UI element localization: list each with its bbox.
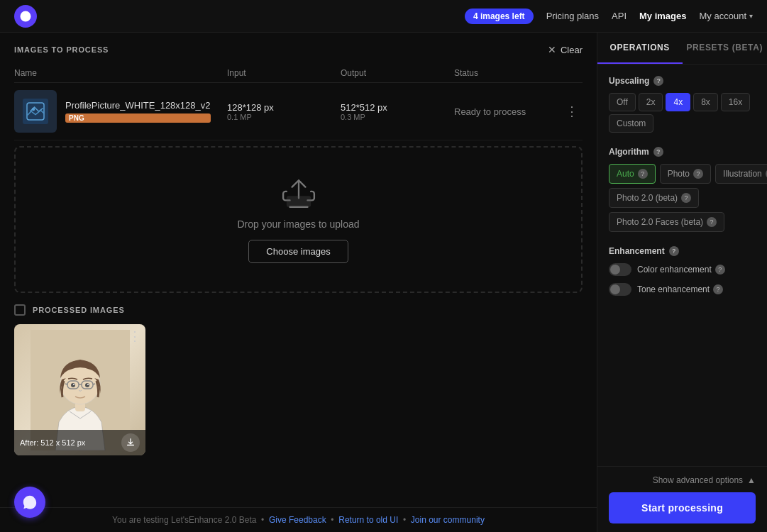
algo-auto-info-icon[interactable]: ? <box>638 169 648 179</box>
give-feedback-link[interactable]: Give Feedback <box>269 515 326 525</box>
download-button[interactable] <box>121 433 140 452</box>
algo-photo2-info-icon[interactable]: ? <box>681 193 691 203</box>
select-all-checkbox[interactable] <box>14 304 26 316</box>
algo-row-3: Photo 2.0 Faces (beta) ? <box>609 212 756 232</box>
file-name: ProfilePicture_WHITE_128x128_v2 <box>65 100 211 111</box>
enhancement-label: Enhancement ? <box>609 246 756 256</box>
upscaling-section: Upscaling ? Off 2x 4x 8x 16x Custom <box>609 76 756 133</box>
scale-off-button[interactable]: Off <box>609 93 636 111</box>
algo-auto-button[interactable]: Auto ? <box>609 164 656 184</box>
table-row: ProfilePicture_WHITE_128x128_v2 PNG 128*… <box>14 83 583 140</box>
input-px: 128*128 px <box>227 102 341 113</box>
file-info: ProfilePicture_WHITE_128x128_v2 PNG <box>65 100 211 123</box>
tone-enhancement-info-icon[interactable]: ? <box>713 284 723 294</box>
col-output: Output <box>341 68 454 78</box>
upscaling-label: Upscaling ? <box>609 76 756 86</box>
tone-enhancement-label: Tone enhancement ? <box>637 284 723 294</box>
right-panel: OPERATIONS PRESETS (BETA) Upscaling ? Of… <box>597 33 767 532</box>
algorithm-label: Algorithm ? <box>609 147 756 157</box>
algo-photo2-faces-info-icon[interactable]: ? <box>707 217 717 227</box>
join-community-link[interactable]: Join our community <box>411 515 485 525</box>
scale-2x-button[interactable]: 2x <box>639 93 663 111</box>
images-to-process-header: IMAGES TO PROCESS ✕ Clear <box>14 44 583 55</box>
right-content: Upscaling ? Off 2x 4x 8x 16x Custom Algo… <box>597 65 767 466</box>
chevron-down-icon: ▾ <box>749 12 753 20</box>
scale-4x-button[interactable]: 4x <box>666 93 690 111</box>
scale-custom-button[interactable]: Custom <box>609 114 653 133</box>
my-account-link[interactable]: My account ▾ <box>700 11 753 21</box>
algo-row-1: Auto ? Photo ? Illustration ? <box>609 164 756 184</box>
tab-operations[interactable]: OPERATIONS <box>597 33 683 64</box>
file-thumbnail <box>14 90 57 133</box>
right-footer: Show advanced options ▲ Start processing <box>597 466 767 532</box>
tab-presets[interactable]: PRESETS (BETA) <box>683 33 768 64</box>
logo[interactable] <box>14 5 37 28</box>
main-layout: IMAGES TO PROCESS ✕ Clear Name Input Out… <box>0 33 767 532</box>
output-px: 512*512 px <box>341 102 454 113</box>
my-images-link[interactable]: My images <box>639 11 686 21</box>
upscaling-info-icon[interactable]: ? <box>653 76 663 86</box>
processed-images-title: PROCESSED IMAGES <box>33 306 125 314</box>
svg-point-14 <box>85 383 89 387</box>
enhancement-section: Enhancement ? Color enhancement ? Tone e… <box>609 246 756 296</box>
images-left-badge: 4 images left <box>465 9 534 24</box>
card-options-button[interactable]: ⋮ <box>128 328 141 344</box>
drop-zone[interactable]: Drop your images to upload Choose images <box>14 146 583 293</box>
svg-point-13 <box>71 383 75 387</box>
navbar: 4 images left Pricing plans API My image… <box>0 0 767 33</box>
tone-enhancement-row: Tone enhancement ? <box>609 283 756 296</box>
bottom-bar: You are testing Let'sEnhance 2.0 Beta • … <box>0 507 597 532</box>
svg-point-15 <box>73 384 75 385</box>
svg-line-12 <box>93 384 95 384</box>
processed-section-header: PROCESSED IMAGES <box>14 304 583 316</box>
choose-images-button[interactable]: Choose images <box>248 240 348 263</box>
input-info: 128*128 px 0.1 MP <box>227 102 341 121</box>
show-advanced-options[interactable]: Show advanced options ▲ <box>609 475 756 485</box>
upload-icon <box>281 176 316 211</box>
color-enhancement-info-icon[interactable]: ? <box>715 265 725 275</box>
row-options-button[interactable]: ⋮ <box>561 104 583 119</box>
col-name: Name <box>14 68 227 78</box>
after-label: After: 512 x 512 px <box>20 438 85 447</box>
col-input: Input <box>227 68 341 78</box>
images-to-process-title: IMAGES TO PROCESS <box>14 45 109 54</box>
clear-icon: ✕ <box>548 44 556 55</box>
testing-text: You are testing Let'sEnhance 2.0 Beta <box>112 515 256 525</box>
color-enhancement-toggle[interactable] <box>609 263 631 276</box>
algorithm-buttons: Auto ? Photo ? Illustration ? <box>609 164 756 232</box>
tone-enhancement-toggle[interactable] <box>609 283 631 296</box>
svg-point-3 <box>32 108 35 111</box>
algo-photo2-faces-button[interactable]: Photo 2.0 Faces (beta) ? <box>609 212 724 232</box>
api-link[interactable]: API <box>612 11 627 21</box>
algo-photo2-button[interactable]: Photo 2.0 (beta) ? <box>609 188 699 208</box>
color-enhancement-label: Color enhancement ? <box>637 265 725 275</box>
clear-button[interactable]: ✕ Clear <box>548 44 583 55</box>
svg-rect-4 <box>286 196 310 207</box>
svg-line-11 <box>65 384 67 384</box>
algo-photo-info-icon[interactable]: ? <box>693 169 703 179</box>
file-type-badge: PNG <box>65 113 211 123</box>
card-overlay: After: 512 x 512 px <box>14 430 145 455</box>
right-tabs: OPERATIONS PRESETS (BETA) <box>597 33 767 65</box>
chevron-up-icon: ▲ <box>747 475 756 485</box>
algorithm-section: Algorithm ? Auto ? Photo ? <box>609 147 756 232</box>
scale-16x-button[interactable]: 16x <box>721 93 750 111</box>
left-panel: IMAGES TO PROCESS ✕ Clear Name Input Out… <box>0 33 597 532</box>
chat-button[interactable] <box>14 487 45 518</box>
output-info: 512*512 px 0.3 MP <box>341 102 454 121</box>
pricing-plans-link[interactable]: Pricing plans <box>546 11 599 21</box>
algo-illustration-button[interactable]: Illustration ? <box>715 164 767 184</box>
drop-text: Drop your images to upload <box>238 218 360 230</box>
algo-row-2: Photo 2.0 (beta) ? <box>609 188 756 208</box>
return-to-old-link[interactable]: Return to old UI <box>338 515 398 525</box>
scale-buttons: Off 2x 4x 8x 16x Custom <box>609 93 756 133</box>
svg-point-16 <box>87 384 89 385</box>
col-status: Status <box>454 68 561 78</box>
algo-photo-button[interactable]: Photo ? <box>660 164 711 184</box>
input-mp: 0.1 MP <box>227 113 341 121</box>
enhancement-info-icon[interactable]: ? <box>669 246 679 256</box>
start-processing-button[interactable]: Start processing <box>609 492 756 523</box>
scale-8x-button[interactable]: 8x <box>693 93 718 111</box>
algorithm-info-icon[interactable]: ? <box>653 147 663 157</box>
image-grid: ⋮ After: 512 x 512 px <box>14 324 583 455</box>
